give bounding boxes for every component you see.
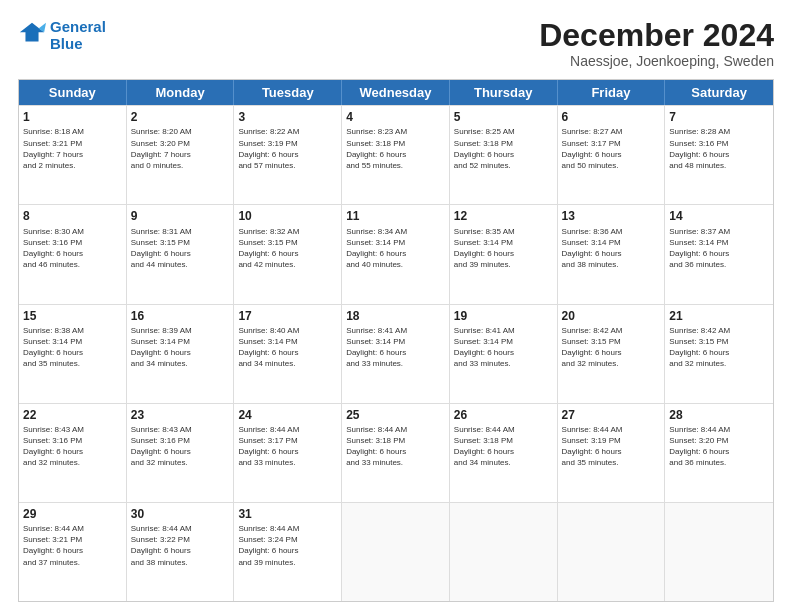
cal-header-friday: Friday: [558, 80, 666, 105]
cal-header-monday: Monday: [127, 80, 235, 105]
day-number: 13: [562, 208, 661, 224]
day-content: Sunrise: 8:44 AM Sunset: 3:18 PM Dayligh…: [346, 424, 445, 469]
calendar-header: SundayMondayTuesdayWednesdayThursdayFrid…: [19, 80, 773, 105]
page: General Blue December 2024 Naessjoe, Joe…: [0, 0, 792, 612]
cal-day-8: 8Sunrise: 8:30 AM Sunset: 3:16 PM Daylig…: [19, 205, 127, 303]
cal-day-9: 9Sunrise: 8:31 AM Sunset: 3:15 PM Daylig…: [127, 205, 235, 303]
cal-row-1: 1Sunrise: 8:18 AM Sunset: 3:21 PM Daylig…: [19, 105, 773, 204]
day-number: 11: [346, 208, 445, 224]
cal-day-17: 17Sunrise: 8:40 AM Sunset: 3:14 PM Dayli…: [234, 305, 342, 403]
day-content: Sunrise: 8:34 AM Sunset: 3:14 PM Dayligh…: [346, 226, 445, 271]
cal-day-3: 3Sunrise: 8:22 AM Sunset: 3:19 PM Daylig…: [234, 106, 342, 204]
day-content: Sunrise: 8:25 AM Sunset: 3:18 PM Dayligh…: [454, 126, 553, 171]
day-content: Sunrise: 8:37 AM Sunset: 3:14 PM Dayligh…: [669, 226, 769, 271]
day-number: 7: [669, 109, 769, 125]
calendar-title: December 2024: [539, 18, 774, 53]
day-number: 1: [23, 109, 122, 125]
logo: General Blue: [18, 18, 106, 53]
cal-day-31: 31Sunrise: 8:44 AM Sunset: 3:24 PM Dayli…: [234, 503, 342, 601]
cal-day-5: 5Sunrise: 8:25 AM Sunset: 3:18 PM Daylig…: [450, 106, 558, 204]
day-content: Sunrise: 8:44 AM Sunset: 3:18 PM Dayligh…: [454, 424, 553, 469]
title-block: December 2024 Naessjoe, Joenkoeping, Swe…: [539, 18, 774, 69]
cal-day-18: 18Sunrise: 8:41 AM Sunset: 3:14 PM Dayli…: [342, 305, 450, 403]
day-number: 10: [238, 208, 337, 224]
cal-row-3: 15Sunrise: 8:38 AM Sunset: 3:14 PM Dayli…: [19, 304, 773, 403]
day-content: Sunrise: 8:44 AM Sunset: 3:24 PM Dayligh…: [238, 523, 337, 568]
cal-day-1: 1Sunrise: 8:18 AM Sunset: 3:21 PM Daylig…: [19, 106, 127, 204]
cal-day-12: 12Sunrise: 8:35 AM Sunset: 3:14 PM Dayli…: [450, 205, 558, 303]
day-content: Sunrise: 8:43 AM Sunset: 3:16 PM Dayligh…: [131, 424, 230, 469]
calendar-body: 1Sunrise: 8:18 AM Sunset: 3:21 PM Daylig…: [19, 105, 773, 601]
day-number: 9: [131, 208, 230, 224]
cal-day-13: 13Sunrise: 8:36 AM Sunset: 3:14 PM Dayli…: [558, 205, 666, 303]
cal-day-19: 19Sunrise: 8:41 AM Sunset: 3:14 PM Dayli…: [450, 305, 558, 403]
day-number: 4: [346, 109, 445, 125]
logo-text: General Blue: [50, 18, 106, 53]
day-number: 19: [454, 308, 553, 324]
day-number: 2: [131, 109, 230, 125]
cal-day-10: 10Sunrise: 8:32 AM Sunset: 3:15 PM Dayli…: [234, 205, 342, 303]
cal-day-25: 25Sunrise: 8:44 AM Sunset: 3:18 PM Dayli…: [342, 404, 450, 502]
cal-day-7: 7Sunrise: 8:28 AM Sunset: 3:16 PM Daylig…: [665, 106, 773, 204]
day-number: 17: [238, 308, 337, 324]
cal-day-30: 30Sunrise: 8:44 AM Sunset: 3:22 PM Dayli…: [127, 503, 235, 601]
cal-header-thursday: Thursday: [450, 80, 558, 105]
cal-day-22: 22Sunrise: 8:43 AM Sunset: 3:16 PM Dayli…: [19, 404, 127, 502]
day-number: 26: [454, 407, 553, 423]
cal-day-20: 20Sunrise: 8:42 AM Sunset: 3:15 PM Dayli…: [558, 305, 666, 403]
cal-day-11: 11Sunrise: 8:34 AM Sunset: 3:14 PM Dayli…: [342, 205, 450, 303]
cal-header-sunday: Sunday: [19, 80, 127, 105]
cal-day-4: 4Sunrise: 8:23 AM Sunset: 3:18 PM Daylig…: [342, 106, 450, 204]
day-number: 12: [454, 208, 553, 224]
cal-day-26: 26Sunrise: 8:44 AM Sunset: 3:18 PM Dayli…: [450, 404, 558, 502]
day-content: Sunrise: 8:32 AM Sunset: 3:15 PM Dayligh…: [238, 226, 337, 271]
day-content: Sunrise: 8:35 AM Sunset: 3:14 PM Dayligh…: [454, 226, 553, 271]
day-number: 16: [131, 308, 230, 324]
day-content: Sunrise: 8:44 AM Sunset: 3:19 PM Dayligh…: [562, 424, 661, 469]
day-content: Sunrise: 8:44 AM Sunset: 3:21 PM Dayligh…: [23, 523, 122, 568]
day-content: Sunrise: 8:20 AM Sunset: 3:20 PM Dayligh…: [131, 126, 230, 171]
day-number: 6: [562, 109, 661, 125]
cal-empty-4-6: [665, 503, 773, 601]
cal-row-2: 8Sunrise: 8:30 AM Sunset: 3:16 PM Daylig…: [19, 204, 773, 303]
day-number: 22: [23, 407, 122, 423]
cal-day-2: 2Sunrise: 8:20 AM Sunset: 3:20 PM Daylig…: [127, 106, 235, 204]
calendar-subtitle: Naessjoe, Joenkoeping, Sweden: [539, 53, 774, 69]
cal-header-wednesday: Wednesday: [342, 80, 450, 105]
day-number: 27: [562, 407, 661, 423]
day-number: 18: [346, 308, 445, 324]
day-number: 25: [346, 407, 445, 423]
day-content: Sunrise: 8:41 AM Sunset: 3:14 PM Dayligh…: [346, 325, 445, 370]
svg-marker-0: [20, 23, 44, 42]
calendar: SundayMondayTuesdayWednesdayThursdayFrid…: [18, 79, 774, 602]
day-number: 23: [131, 407, 230, 423]
header: General Blue December 2024 Naessjoe, Joe…: [18, 18, 774, 69]
day-content: Sunrise: 8:42 AM Sunset: 3:15 PM Dayligh…: [669, 325, 769, 370]
logo-icon: [18, 21, 46, 49]
day-content: Sunrise: 8:22 AM Sunset: 3:19 PM Dayligh…: [238, 126, 337, 171]
cal-day-24: 24Sunrise: 8:44 AM Sunset: 3:17 PM Dayli…: [234, 404, 342, 502]
day-number: 30: [131, 506, 230, 522]
cal-day-6: 6Sunrise: 8:27 AM Sunset: 3:17 PM Daylig…: [558, 106, 666, 204]
cal-empty-4-5: [558, 503, 666, 601]
day-number: 21: [669, 308, 769, 324]
cal-day-28: 28Sunrise: 8:44 AM Sunset: 3:20 PM Dayli…: [665, 404, 773, 502]
day-number: 15: [23, 308, 122, 324]
day-content: Sunrise: 8:42 AM Sunset: 3:15 PM Dayligh…: [562, 325, 661, 370]
day-content: Sunrise: 8:44 AM Sunset: 3:20 PM Dayligh…: [669, 424, 769, 469]
cal-row-4: 22Sunrise: 8:43 AM Sunset: 3:16 PM Dayli…: [19, 403, 773, 502]
day-number: 14: [669, 208, 769, 224]
day-number: 24: [238, 407, 337, 423]
day-content: Sunrise: 8:18 AM Sunset: 3:21 PM Dayligh…: [23, 126, 122, 171]
cal-day-27: 27Sunrise: 8:44 AM Sunset: 3:19 PM Dayli…: [558, 404, 666, 502]
day-number: 31: [238, 506, 337, 522]
day-content: Sunrise: 8:44 AM Sunset: 3:22 PM Dayligh…: [131, 523, 230, 568]
day-content: Sunrise: 8:40 AM Sunset: 3:14 PM Dayligh…: [238, 325, 337, 370]
day-content: Sunrise: 8:27 AM Sunset: 3:17 PM Dayligh…: [562, 126, 661, 171]
cal-day-15: 15Sunrise: 8:38 AM Sunset: 3:14 PM Dayli…: [19, 305, 127, 403]
cal-day-16: 16Sunrise: 8:39 AM Sunset: 3:14 PM Dayli…: [127, 305, 235, 403]
day-number: 29: [23, 506, 122, 522]
day-content: Sunrise: 8:39 AM Sunset: 3:14 PM Dayligh…: [131, 325, 230, 370]
day-content: Sunrise: 8:43 AM Sunset: 3:16 PM Dayligh…: [23, 424, 122, 469]
day-content: Sunrise: 8:44 AM Sunset: 3:17 PM Dayligh…: [238, 424, 337, 469]
